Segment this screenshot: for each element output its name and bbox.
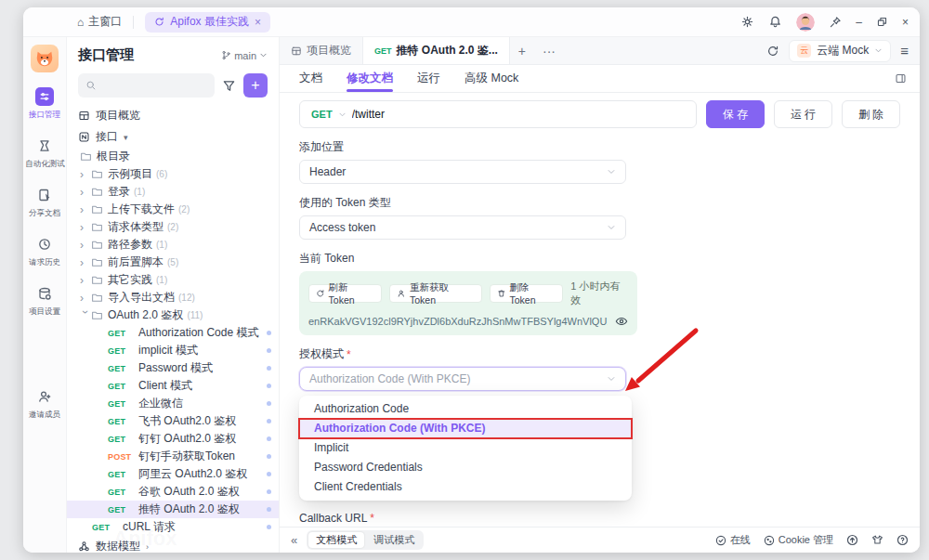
branch-selector[interactable]: main [221,50,268,61]
endpoint-row[interactable]: GET Client 模式 [67,377,279,395]
endpoint-row[interactable]: GET 钉钉 OAuth2.0 鉴权 [67,430,279,448]
endpoint-row[interactable]: POST 钉钉手动获取Token [67,448,279,465]
dropdown-option[interactable]: Authorization Code (With PKCE) [299,419,632,438]
apifox-logo[interactable] [31,45,59,72]
environment-selector[interactable]: 云 云端 Mock [789,40,891,62]
dropdown-option[interactable]: Password Credentials [299,458,632,477]
theme-shirt-icon[interactable] [871,534,883,546]
path-input[interactable] [352,108,687,121]
grant-type-select[interactable]: Authorization Code (With PKCE) [299,367,626,391]
tree-folder-row[interactable]: › 导入导出文档 (12) [67,289,279,306]
more-tabs-icon[interactable]: ··· [534,44,564,59]
endpoint-label: implicit 模式 [138,343,198,358]
project-tab[interactable]: Apifox 最佳实践 × [145,12,270,33]
tree-folder-row[interactable]: › OAuth 2.0 鉴权 (11) [67,306,279,324]
folder-count: (2) [167,222,178,232]
sidebar-item-share-docs[interactable]: 分享文档 [28,186,61,219]
add-button[interactable]: + [243,73,268,98]
endpoint-row[interactable]: GET Authorization Code 模式 [67,324,279,342]
dropdown-option[interactable]: Authorization Code [299,399,632,419]
pin-icon[interactable] [829,16,842,29]
doc-mode-button[interactable]: 文档模式 [308,532,364,548]
endpoint-row[interactable]: GET 谷歌 OAuth 2.0 鉴权 [67,483,279,501]
menu-icon[interactable]: ≡ [900,43,909,59]
refresh-token-button[interactable]: 刷新 Token [308,284,382,303]
close-project-tab-icon[interactable]: × [255,16,261,29]
delete-button[interactable]: 删除 [842,100,900,128]
expand-arrow-icon[interactable]: › [80,310,91,321]
endpoint-row[interactable]: GET 飞书 OAuth2.0 鉴权 [67,412,279,430]
dropdown-option[interactable]: Implicit [299,438,632,458]
position-select[interactable]: Header [299,160,626,184]
close-window-icon[interactable]: × [902,16,909,29]
expand-arrow-icon[interactable]: › [80,257,91,268]
refresh-icon[interactable] [766,45,779,58]
tree-folder-row[interactable]: › 前后置脚本 (5) [67,254,279,271]
dropdown-option[interactable]: Client Credentials [299,477,632,497]
tree-folder-row[interactable]: › 其它实践 (1) [67,271,279,289]
tree-folder-row[interactable]: › 登录 (1) [67,183,279,201]
subtab[interactable]: 运行 [417,65,440,92]
run-button[interactable]: 运行 [774,100,832,128]
subtab[interactable]: 修改文档 [347,65,393,92]
endpoint-label: 推特 OAuth 2.0 鉴权 [138,501,240,517]
new-tab-icon[interactable]: + [510,44,534,59]
debug-mode-button[interactable]: 调试模式 [366,532,422,548]
search-input[interactable] [78,73,215,98]
endpoint-row[interactable]: GET 阿里云 OAuth2.0 鉴权 [67,465,279,483]
sidebar-item-api-management[interactable]: 接口管理 [28,87,61,121]
minimize-icon[interactable]: – [856,16,862,29]
subtab[interactable]: 高级 Mock [464,65,518,92]
main-window-tab[interactable]: ⌂ 主窗口 [77,14,122,30]
restore-icon[interactable] [876,16,888,28]
tree-folder-row[interactable]: › 请求体类型 (2) [67,218,279,236]
folder-label: 示例项目 [108,166,152,182]
endpoint-row[interactable]: GET 推特 OAuth 2.0 鉴权 [67,501,279,518]
reacquire-token-button[interactable]: 重新获取 Token [389,284,482,303]
invite-members-icon [37,389,52,404]
tree-folder-row[interactable]: › 路径参数 (1) [67,236,279,254]
expand-arrow-icon[interactable]: › [80,222,91,233]
token-type-select[interactable]: Access token [299,215,626,240]
online-status[interactable]: 在线 [715,533,751,547]
chevron-down-icon [259,51,268,59]
avatar[interactable] [796,13,815,32]
cookie-manager-button[interactable]: Cookie 管理 [764,533,833,547]
feedback-icon[interactable] [846,534,858,546]
collapse-panel-icon[interactable]: « [291,533,297,547]
sidebar-item-data-model[interactable]: 数据模型 › [67,536,279,553]
expand-arrow-icon[interactable]: › [80,187,91,198]
expand-arrow-icon[interactable]: › [80,240,91,251]
sidebar-item-automated-testing[interactable]: 自动化测试 [24,137,66,170]
expand-arrow-icon[interactable]: › [80,293,91,304]
endpoint-row[interactable]: GET 企业微信 [67,395,279,412]
tree-folder-row[interactable]: › 示例项目 (6) [67,165,279,183]
subtab[interactable]: 文档 [299,65,322,92]
bell-icon[interactable] [768,15,782,29]
save-button[interactable]: 保存 [706,100,765,128]
expand-arrow-icon[interactable]: › [80,169,91,180]
folder-count: (1) [134,187,145,197]
endpoint-row[interactable]: GET Password 模式 [67,359,279,377]
layout-panel-icon[interactable] [895,72,907,85]
delete-token-button[interactable]: 删除 Token [490,284,563,303]
method-badge: POST [108,452,138,462]
tree-folder-row[interactable]: 根目录 [67,148,279,165]
sidebar-item-project-settings[interactable]: 项目设置 [28,284,61,318]
filter-icon[interactable] [222,79,236,93]
expand-arrow-icon[interactable]: › [80,275,91,286]
sidebar-item-project-overview[interactable]: 项目概览 [67,105,279,126]
tree-folder-row[interactable]: › 上传下载文件 (2) [67,201,279,218]
help-icon[interactable] [896,534,909,546]
expand-arrow-icon[interactable]: › [80,204,91,215]
eye-icon[interactable] [615,315,628,328]
endpoint-row[interactable]: GET implicit 模式 [67,342,279,359]
tab-active-endpoint[interactable]: GET 推特 OAuth 2.0 鉴... [362,37,510,64]
endpoint-row[interactable]: GET cURL 请求 [67,518,279,536]
sidebar-item-request-history[interactable]: 请求历史 [28,235,61,268]
sidebar-item-interfaces[interactable]: 接口 ▾ [67,126,279,148]
gear-icon[interactable] [740,15,754,29]
method-select[interactable]: GET [311,109,333,120]
sidebar-item-invite-members[interactable]: 邀请成员 [28,387,61,421]
tab-project-overview[interactable]: 项目概览 [280,37,362,64]
